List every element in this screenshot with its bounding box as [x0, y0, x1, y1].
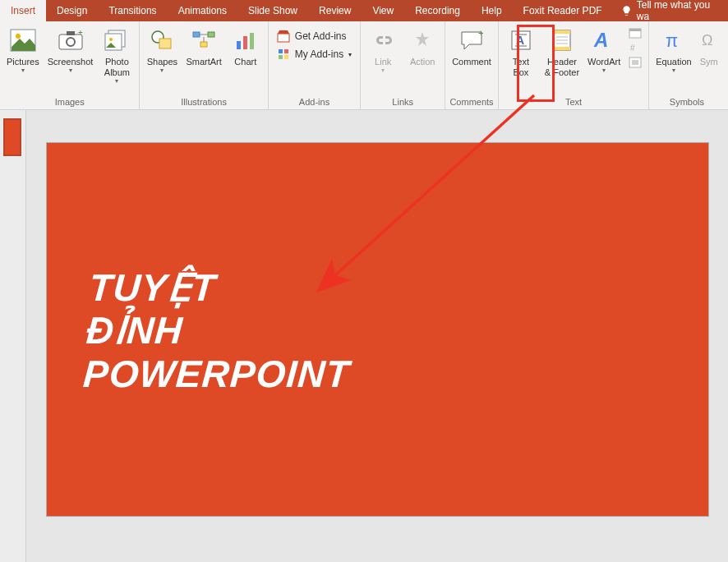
photo-album-button[interactable]: Photo Album ▾ [98, 23, 136, 87]
pictures-button[interactable]: Pictures ▾ [3, 23, 43, 76]
svg-text:A: A [593, 29, 608, 51]
camera-icon: + [58, 30, 83, 50]
chart-icon [234, 30, 257, 51]
store-icon [277, 30, 290, 43]
link-icon [371, 32, 394, 48]
textbox-icon: A [510, 30, 532, 51]
ribbon-tabs: Insert Design Transitions Animations Sli… [0, 0, 728, 21]
svg-rect-17 [278, 34, 289, 42]
svg-rect-11 [193, 32, 200, 37]
tab-view[interactable]: View [362, 0, 404, 21]
svg-text:π: π [666, 30, 678, 51]
group-label-addins: Add-ins [272, 95, 357, 109]
svg-rect-18 [279, 49, 283, 53]
group-label-images: Images [3, 95, 136, 109]
chart-button[interactable]: Chart [227, 23, 265, 70]
thumbnail-panel [0, 110, 26, 562]
header-footer-icon [552, 29, 572, 52]
svg-point-8 [109, 38, 113, 41]
smartart-button[interactable]: SmartArt [182, 23, 224, 70]
object-icon [629, 57, 642, 68]
svg-text:A: A [516, 34, 524, 47]
svg-rect-35 [629, 29, 641, 31]
svg-rect-19 [284, 49, 288, 53]
shapes-icon [150, 29, 174, 52]
group-images: Pictures ▾ + Screenshot ▾ Photo Album ▾ … [0, 21, 140, 109]
group-label-symbols: Symbols [652, 95, 721, 109]
tell-me-search[interactable]: Tell me what you wa [613, 0, 728, 21]
svg-rect-21 [284, 55, 288, 59]
svg-rect-38 [632, 60, 638, 65]
shapes-button[interactable]: Shapes ▾ [143, 23, 181, 76]
tab-review[interactable]: Review [308, 0, 362, 21]
group-label-illustrations: Illustrations [143, 95, 264, 109]
svg-text:#: # [630, 44, 635, 53]
screenshot-button[interactable]: + Screenshot ▾ [44, 23, 97, 76]
link-button[interactable]: Link ▾ [364, 23, 402, 76]
number-icon: # [629, 42, 642, 53]
addins-icon [277, 48, 290, 61]
date-icon [629, 27, 642, 39]
tab-recording[interactable]: Recording [404, 0, 471, 21]
slide-area[interactable]: TUYỆT ĐỈNH POWERPOINT [26, 110, 728, 562]
svg-text:Ω: Ω [702, 32, 712, 48]
svg-rect-29 [554, 47, 570, 50]
wordart-button[interactable]: A WordArt ▾ [584, 23, 624, 76]
workspace: TUYỆT ĐỈNH POWERPOINT [0, 110, 728, 562]
group-label-links: Links [364, 95, 441, 109]
equation-icon: π [662, 29, 685, 52]
svg-rect-28 [554, 30, 570, 34]
tab-insert[interactable]: Insert [0, 0, 46, 21]
tell-me-label: Tell me what you wa [637, 0, 720, 22]
action-button[interactable]: Action [403, 23, 441, 70]
tab-transitions[interactable]: Transitions [98, 0, 167, 21]
svg-point-1 [16, 34, 21, 39]
group-comments: + Comment Comments [445, 21, 499, 109]
tab-animations[interactable]: Animations [168, 0, 237, 21]
header-footer-button[interactable]: Header & Footer [541, 23, 583, 81]
group-label-text: Text [502, 95, 645, 109]
comment-button[interactable]: + Comment [449, 23, 495, 70]
comment-icon: + [459, 30, 484, 51]
tab-slideshow[interactable]: Slide Show [237, 0, 308, 21]
slide-title-text[interactable]: TUYỆT ĐỈNH POWERPOINT [81, 266, 357, 395]
group-text: A Text Box Header & Footer A WordArt ▾ # [499, 21, 649, 109]
tab-foxit[interactable]: Foxit Reader PDF [513, 0, 613, 21]
wordart-icon: A [592, 29, 616, 52]
svg-rect-10 [159, 39, 171, 48]
my-addins-button[interactable]: My Add-ins ▾ [272, 46, 357, 62]
svg-rect-16 [250, 33, 254, 49]
slide-thumbnail-1[interactable] [3, 118, 21, 156]
group-symbols: π Equation ▾ Ω Sym Symbols [649, 21, 724, 109]
svg-rect-12 [208, 32, 214, 37]
svg-rect-13 [200, 42, 207, 47]
svg-rect-15 [243, 36, 247, 49]
slide-number-button[interactable]: # [625, 41, 645, 54]
get-addins-button[interactable]: Get Add-ins [272, 28, 357, 44]
equation-button[interactable]: π Equation ▾ [652, 23, 694, 76]
smartart-icon [191, 30, 216, 50]
symbol-button[interactable]: Ω Sym [697, 23, 721, 70]
svg-rect-20 [279, 55, 283, 59]
svg-rect-3 [67, 31, 75, 35]
group-label-comments: Comments [449, 95, 495, 109]
action-icon [412, 30, 433, 50]
group-links: Link ▾ Action Links [361, 21, 445, 109]
tab-design[interactable]: Design [46, 0, 98, 21]
lightbulb-icon [621, 5, 632, 16]
symbol-icon: Ω [700, 30, 718, 50]
tab-help[interactable]: Help [471, 0, 513, 21]
ribbon: Pictures ▾ + Screenshot ▾ Photo Album ▾ … [0, 21, 728, 110]
photo-album-icon [104, 30, 129, 51]
group-addins: Get Add-ins My Add-ins ▾ Add-ins [269, 21, 361, 109]
slide-canvas[interactable]: TUYỆT ĐỈNH POWERPOINT [47, 143, 708, 516]
object-button[interactable] [625, 56, 645, 69]
group-illustrations: Shapes ▾ SmartArt Chart Illustrations [140, 21, 268, 109]
picture-icon [10, 29, 36, 52]
svg-rect-14 [237, 41, 241, 49]
svg-text:+: + [78, 30, 83, 37]
textbox-button[interactable]: A Text Box [502, 23, 540, 81]
date-time-button[interactable] [625, 26, 645, 39]
svg-text:+: + [478, 30, 483, 38]
